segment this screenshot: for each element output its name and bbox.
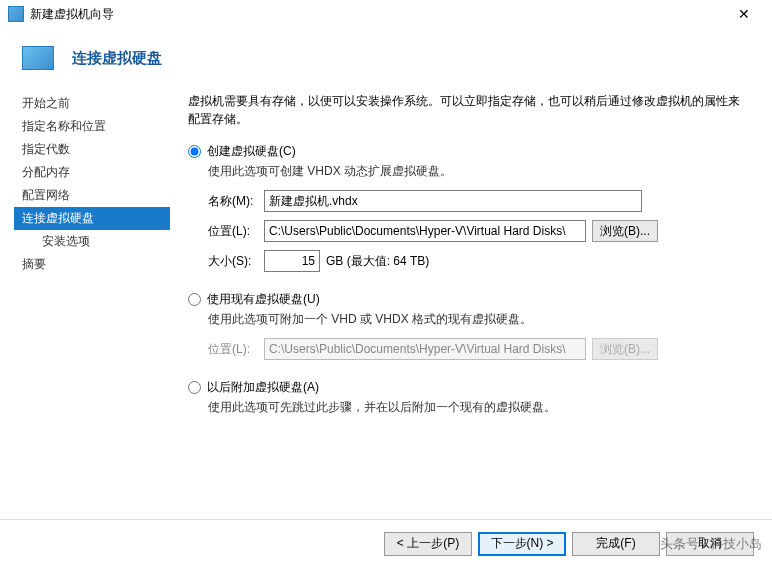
option-existing-vhd: 使用现有虚拟硬盘(U) 使用此选项可附加一个 VHD 或 VHDX 格式的现有虚… bbox=[188, 290, 748, 360]
page-header: 连接虚拟硬盘 bbox=[0, 28, 772, 88]
radio-create-label: 创建虚拟硬盘(C) bbox=[207, 142, 296, 160]
wizard-footer: < 上一步(P) 下一步(N) > 完成(F) 取消 bbox=[0, 519, 772, 567]
finish-button[interactable]: 完成(F) bbox=[572, 532, 660, 556]
header-icon bbox=[22, 46, 54, 70]
sidebar-item-name-location[interactable]: 指定名称和位置 bbox=[14, 115, 170, 138]
create-desc: 使用此选项可创建 VHDX 动态扩展虚拟硬盘。 bbox=[208, 162, 748, 180]
radio-create-input[interactable] bbox=[188, 145, 201, 158]
existing-location-input bbox=[264, 338, 586, 360]
existing-desc: 使用此选项可附加一个 VHD 或 VHDX 格式的现有虚拟硬盘。 bbox=[208, 310, 748, 328]
radio-later-label: 以后附加虚拟硬盘(A) bbox=[207, 378, 319, 396]
radio-create-vhd[interactable]: 创建虚拟硬盘(C) bbox=[188, 142, 748, 160]
wizard-content: 虚拟机需要具有存储，以便可以安装操作系统。可以立即指定存储，也可以稍后通过修改虚… bbox=[170, 88, 772, 528]
radio-attach-later[interactable]: 以后附加虚拟硬盘(A) bbox=[188, 378, 748, 396]
size-input[interactable] bbox=[264, 250, 320, 272]
next-button[interactable]: 下一步(N) > bbox=[478, 532, 566, 556]
radio-later-input[interactable] bbox=[188, 381, 201, 394]
existing-browse-button: 浏览(B)... bbox=[592, 338, 658, 360]
name-input[interactable] bbox=[264, 190, 642, 212]
page-title: 连接虚拟硬盘 bbox=[72, 49, 162, 68]
location-input[interactable] bbox=[264, 220, 586, 242]
sidebar-item-summary[interactable]: 摘要 bbox=[14, 253, 170, 276]
sidebar-item-generation[interactable]: 指定代数 bbox=[14, 138, 170, 161]
radio-existing-input[interactable] bbox=[188, 293, 201, 306]
titlebar: 新建虚拟机向导 ✕ bbox=[0, 0, 772, 28]
radio-existing-label: 使用现有虚拟硬盘(U) bbox=[207, 290, 320, 308]
later-desc: 使用此选项可先跳过此步骤，并在以后附加一个现有的虚拟硬盘。 bbox=[208, 398, 748, 416]
sidebar-item-connect-vhd[interactable]: 连接虚拟硬盘 bbox=[14, 207, 170, 230]
option-create-vhd: 创建虚拟硬盘(C) 使用此选项可创建 VHDX 动态扩展虚拟硬盘。 名称(M):… bbox=[188, 142, 748, 272]
option-attach-later: 以后附加虚拟硬盘(A) 使用此选项可先跳过此步骤，并在以后附加一个现有的虚拟硬盘… bbox=[188, 378, 748, 416]
cancel-button[interactable]: 取消 bbox=[666, 532, 754, 556]
app-icon bbox=[8, 6, 24, 22]
sidebar-item-memory[interactable]: 分配内存 bbox=[14, 161, 170, 184]
existing-location-label: 位置(L): bbox=[208, 340, 264, 358]
sidebar-item-network[interactable]: 配置网络 bbox=[14, 184, 170, 207]
size-label: 大小(S): bbox=[208, 252, 264, 270]
prev-button[interactable]: < 上一步(P) bbox=[384, 532, 472, 556]
location-label: 位置(L): bbox=[208, 222, 264, 240]
size-unit: GB (最大值: 64 TB) bbox=[326, 252, 429, 270]
name-label: 名称(M): bbox=[208, 192, 264, 210]
window-title: 新建虚拟机向导 bbox=[30, 6, 114, 23]
browse-button[interactable]: 浏览(B)... bbox=[592, 220, 658, 242]
sidebar-item-before-start[interactable]: 开始之前 bbox=[14, 92, 170, 115]
close-button[interactable]: ✕ bbox=[724, 4, 764, 24]
intro-text: 虚拟机需要具有存储，以便可以安装操作系统。可以立即指定存储，也可以稍后通过修改虚… bbox=[188, 92, 748, 128]
sidebar-item-install-options[interactable]: 安装选项 bbox=[14, 230, 170, 253]
wizard-sidebar: 开始之前 指定名称和位置 指定代数 分配内存 配置网络 连接虚拟硬盘 安装选项 … bbox=[0, 88, 170, 528]
radio-existing-vhd[interactable]: 使用现有虚拟硬盘(U) bbox=[188, 290, 748, 308]
